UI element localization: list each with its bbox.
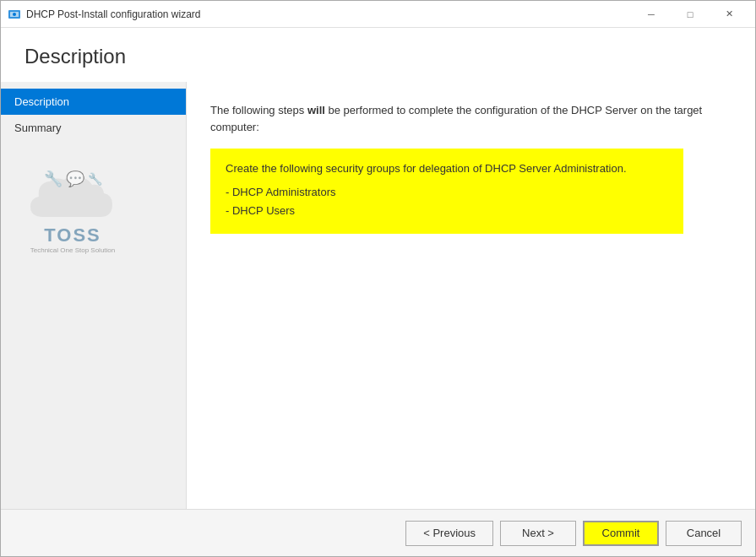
watermark-area: 🔧 💬 🔧 TOSS Technical One Stop Solution [1,141,186,254]
toss-logo: 🔧 💬 🔧 TOSS Technical One Stop Solution [26,166,119,254]
intro-text: The following steps will be performed to… [210,102,732,135]
yellow-box-item-2: - DHCP Users [226,202,668,220]
toss-cloud-graphic: 🔧 💬 🔧 [26,166,119,221]
sidebar-item-summary[interactable]: Summary [1,115,186,141]
sidebar-item-description[interactable]: Description [1,89,186,115]
content-area: Description Summary 🔧 💬 [1,82,755,509]
footer: < Previous Next > Commit Cancel [1,509,755,556]
toss-main-text: TOSS [44,224,101,246]
page-title-area: Description [1,28,755,82]
toss-icons: 🔧 💬 🔧 [44,170,102,188]
window-controls: ─ □ ✕ [632,1,748,28]
sidebar: Description Summary 🔧 💬 [1,82,187,509]
next-button[interactable]: Next > [500,521,576,546]
yellow-box-item-1: - DHCP Administrators [226,183,668,202]
minimize-button[interactable]: ─ [632,1,671,28]
right-panel: The following steps will be performed to… [187,82,755,509]
toss-sub-text: Technical One Stop Solution [30,246,116,254]
close-button[interactable]: ✕ [710,1,748,28]
commit-button[interactable]: Commit [583,521,659,546]
title-bar: DHCP Post-Install configuration wizard ─… [1,1,755,28]
previous-button[interactable]: < Previous [405,521,493,546]
svg-point-2 [13,13,16,16]
page-title: Description [24,45,732,68]
main-content: Description Description Summary [1,28,755,509]
cancel-button[interactable]: Cancel [666,521,742,546]
maximize-button[interactable]: □ [671,1,710,28]
yellow-box-title: Create the following security groups for… [226,162,668,175]
app-icon [8,8,21,21]
window: DHCP Post-Install configuration wizard ─… [0,0,756,557]
yellow-info-box: Create the following security groups for… [210,149,683,234]
window-title: DHCP Post-Install configuration wizard [26,8,632,20]
